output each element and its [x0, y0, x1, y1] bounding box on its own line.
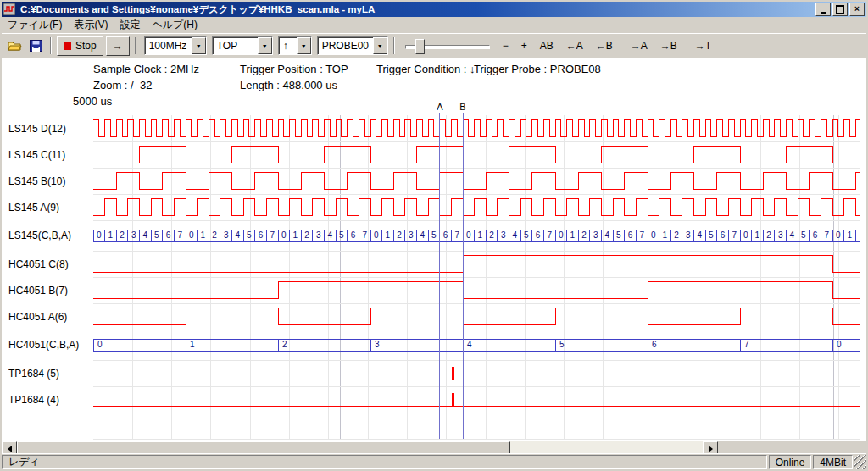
bus-value: 1 [108, 230, 114, 240]
zoom-out-button[interactable]: − [498, 37, 514, 55]
channel-label: TP1684 (5) [8, 368, 59, 380]
bus-value: 7 [362, 230, 367, 240]
bus-value: 4 [698, 230, 703, 240]
bus-value: 4 [790, 230, 795, 240]
jump-left-to-a-button[interactable]: ←A [561, 37, 588, 55]
pulse-mark [452, 393, 454, 406]
bus-value: 5 [339, 230, 344, 240]
waveform-trace [93, 281, 860, 298]
toolbar: Stop → 100MHz ▼ TOP ▼ ↑ ▼ PROBE00 ▼ − + … [2, 33, 866, 58]
jump-left-to-b-button[interactable]: ←B [591, 37, 618, 55]
bus-value: 4 [467, 340, 472, 349]
bus-value: 6 [351, 230, 356, 240]
bus-value: 5 [616, 230, 621, 240]
menu-file[interactable]: ファイル(F) [2, 16, 68, 34]
waveform-trace [93, 255, 860, 272]
trigger-probe-combo[interactable]: PROBE00 ▼ [317, 36, 388, 55]
bus-value: 6 [813, 230, 818, 240]
trigger-position-combo[interactable]: TOP ▼ [212, 36, 273, 55]
jump-right-to-a-button[interactable]: →A [626, 37, 653, 55]
bus-value: 1 [755, 230, 760, 240]
menu-help[interactable]: ヘルプ(H) [146, 16, 203, 34]
waveform-trace [93, 146, 860, 163]
zoom-in-button[interactable]: + [516, 37, 532, 55]
bus-value: 7 [639, 230, 644, 240]
waveform-trace [93, 198, 860, 215]
bus-value: 0 [189, 230, 194, 240]
menu-settings[interactable]: 設定 [114, 16, 146, 34]
slider-thumb[interactable] [415, 39, 425, 54]
bus-value: 0 [743, 230, 748, 240]
bus-value: 4 [420, 230, 426, 240]
resize-grip[interactable] [854, 455, 866, 469]
bus-value: 7 [744, 340, 749, 349]
stop-button[interactable]: Stop [57, 36, 103, 56]
bus-value: 7 [547, 230, 552, 240]
bus-value: 7 [732, 230, 737, 240]
close-button[interactable]: × [849, 3, 865, 16]
bus-value: 1 [848, 230, 853, 240]
application-window: { "window": { "title": "C:¥Documents and… [0, 0, 868, 471]
bus-value: 1 [663, 230, 668, 240]
titlebar[interactable]: C:¥Documents and Settings¥noname¥デスクトップ¥… [2, 2, 866, 17]
chevron-down-icon[interactable]: ▼ [258, 37, 272, 54]
bus-value: 0 [559, 230, 564, 240]
bus-value: 2 [212, 230, 217, 240]
bus-value: 7 [824, 230, 829, 240]
bus-value: 0 [97, 340, 103, 349]
bus-value: 6 [721, 230, 726, 240]
save-button[interactable] [26, 37, 45, 54]
jump-to-trigger-button[interactable]: →T [690, 37, 716, 55]
floppy-disk-icon [30, 40, 42, 52]
bus-value: 1 [190, 340, 195, 349]
run-button[interactable]: → [106, 36, 130, 56]
bus-value: 0 [837, 340, 842, 349]
zoom-slider[interactable] [405, 37, 490, 54]
waveform-canvas[interactable]: LS145 D(12)LS145 C(11)LS145 B(10)LS145 A… [2, 58, 866, 441]
open-button[interactable] [5, 37, 24, 54]
channel-label: HC4051 C(8) [8, 258, 69, 270]
bus-value: 1 [570, 230, 576, 240]
maximize-icon [836, 5, 844, 14]
bus-value: 1 [201, 230, 206, 240]
chevron-down-icon[interactable]: ▼ [297, 37, 311, 54]
bus-value: 2 [581, 230, 587, 240]
jump-right-to-b-button[interactable]: →B [655, 37, 682, 55]
status-memory: 4MBit [813, 455, 853, 469]
bus-value: 7 [270, 230, 275, 240]
minimize-button[interactable] [815, 3, 831, 16]
chevron-down-icon[interactable]: ▼ [373, 37, 387, 54]
bus-value: 0 [651, 230, 656, 240]
bus-value: 4 [143, 230, 148, 240]
bus-value: 4 [605, 230, 610, 240]
pulse-mark [452, 367, 454, 380]
bus-value: 5 [431, 230, 437, 240]
trigger-position-value: TOP [213, 37, 258, 54]
waveform-trace [93, 308, 860, 324]
bus-value: 3 [501, 230, 506, 240]
bus-value: 0 [466, 230, 471, 240]
sample-rate-value: 100MHz [145, 37, 192, 54]
bus-value: 4 [328, 230, 333, 240]
bus-value: 0 [374, 230, 379, 240]
maximize-button[interactable] [832, 3, 848, 16]
channel-label: LS145 A(9) [8, 202, 59, 213]
trigger-edge-combo[interactable]: ↑ ▼ [278, 36, 312, 55]
bus-value: 6 [443, 230, 448, 240]
zoom-ab-button[interactable]: AB [535, 37, 559, 55]
sample-rate-combo[interactable]: 100MHz ▼ [144, 36, 207, 55]
arrow-left-icon [4, 446, 12, 452]
window-title: C:¥Documents and Settings¥noname¥デスクトップ¥… [20, 3, 815, 16]
bus-value: 3 [224, 230, 229, 240]
channel-label: LS145(C,B,A) [8, 230, 71, 241]
bus-value: 3 [375, 340, 380, 349]
bus-value: 2 [674, 230, 679, 240]
bus-value: 7 [177, 230, 182, 240]
menu-view[interactable]: 表示(V) [68, 16, 114, 34]
chevron-down-icon[interactable]: ▼ [192, 37, 206, 54]
channel-label: LS145 B(10) [8, 175, 65, 187]
arrow-right-icon [709, 446, 716, 452]
waveform-client-area: Sample Clock : 2MHz Trigger Position : T… [2, 58, 866, 441]
bus-value: 5 [709, 230, 714, 240]
bus-value: 2 [766, 230, 771, 240]
